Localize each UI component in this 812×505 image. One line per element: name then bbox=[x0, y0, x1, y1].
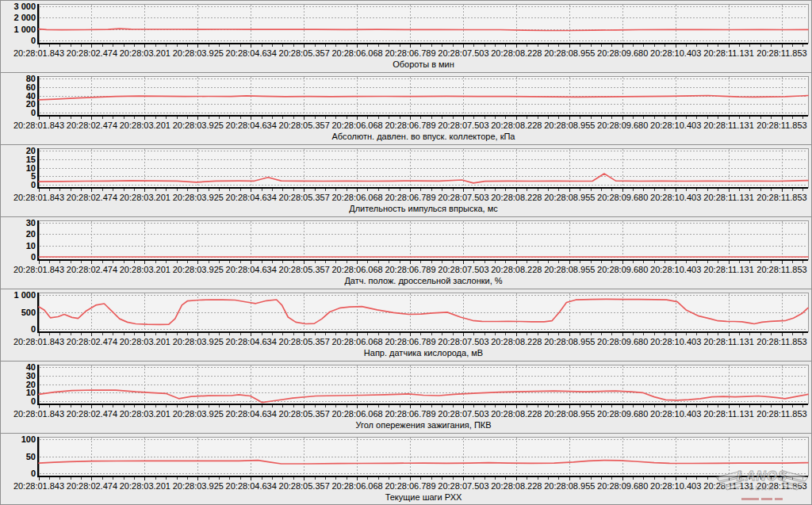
y-axis bbox=[37, 148, 39, 189]
y-tick-label: 0 bbox=[31, 108, 36, 117]
y-tick-label: 100 bbox=[21, 434, 36, 444]
x-tick-label: 20:28:04.634 bbox=[226, 337, 277, 346]
chart-panel: 10050020:28:01.84320:28:02.47420:28:03.2… bbox=[0, 433, 812, 505]
x-axis bbox=[37, 115, 808, 117]
x-tick-label: 20:28:09.680 bbox=[597, 409, 648, 419]
chart-panel: 80604020020:28:01.84320:28:02.47420:28:0… bbox=[0, 72, 812, 144]
x-tick-label: 20:28:06.068 bbox=[331, 481, 382, 491]
x-tick-label: 20:28:03.925 bbox=[173, 265, 224, 274]
chart-panel: 3 0002 0001 000020:28:01.84320:28:02.474… bbox=[0, 0, 812, 72]
x-tick-label: 20:28:07.503 bbox=[438, 48, 488, 58]
x-tick-label: 20:28:03.201 bbox=[120, 48, 170, 58]
x-tick-label: 20:28:02.474 bbox=[67, 193, 117, 202]
x-tick-label: 20:28:02.474 bbox=[67, 481, 117, 491]
x-tick-label: 20:28:05.357 bbox=[279, 48, 330, 58]
x-tick-label: 20:28:08.955 bbox=[544, 48, 595, 58]
x-tick-label: 20:28:04.634 bbox=[226, 409, 277, 419]
plot-area bbox=[39, 220, 808, 259]
x-tick-label: 20:28:04.634 bbox=[226, 481, 277, 491]
x-tick-label: 20:28:08.228 bbox=[491, 337, 542, 346]
plot-area bbox=[39, 365, 808, 404]
y-tick-label: 0 bbox=[31, 469, 36, 478]
chart-canvas: 10050020:28:01.84320:28:02.47420:28:03.2… bbox=[1, 434, 812, 505]
x-tick-label: 20:28:02.474 bbox=[67, 121, 117, 130]
x-tick-label: 20:28:01.843 bbox=[13, 337, 64, 346]
chart-title: Абсолютн. давлен. во впуск. коллекторе, … bbox=[332, 132, 516, 141]
chart-panel-stack: 3 0002 0001 000020:28:01.84320:28:02.474… bbox=[0, 0, 812, 505]
x-tick-label: 20:28:11.853 bbox=[756, 121, 806, 130]
y-tick-label: 1 000 bbox=[13, 290, 36, 300]
chart-title: Длительность импулься впрыска, мс bbox=[349, 204, 498, 213]
x-tick-label: 20:28:04.634 bbox=[226, 48, 277, 58]
x-tick-label: 20:28:09.680 bbox=[597, 48, 648, 58]
x-tick-label: 20:28:03.201 bbox=[120, 337, 170, 346]
x-tick-label: 20:28:09.680 bbox=[597, 337, 648, 346]
x-tick-label: 20:28:10.403 bbox=[650, 337, 701, 346]
x-tick-label: 20:28:01.843 bbox=[13, 121, 64, 130]
y-tick-label: 1 000 bbox=[13, 25, 36, 34]
x-tick-label: 20:28:03.925 bbox=[173, 481, 224, 491]
x-tick-label: 20:28:11.131 bbox=[703, 481, 753, 491]
x-tick-label: 20:28:09.680 bbox=[597, 265, 648, 274]
x-tick-label: 20:28:06.789 bbox=[385, 265, 435, 274]
chart-panel: 1 000500020:28:01.84320:28:02.47420:28:0… bbox=[0, 289, 812, 361]
x-tick-label: 20:28:05.357 bbox=[279, 193, 330, 202]
chart-canvas: 2015105020:28:01.84320:28:02.47420:28:03… bbox=[1, 145, 812, 216]
x-tick-label: 20:28:10.403 bbox=[650, 409, 701, 419]
x-tick-label: 20:28:01.843 bbox=[13, 481, 64, 491]
x-axis bbox=[37, 331, 808, 333]
x-tick-label: 20:28:01.843 bbox=[13, 48, 64, 58]
x-tick-label: 20:28:11.131 bbox=[703, 265, 753, 274]
x-tick-label: 20:28:02.474 bbox=[67, 409, 117, 419]
y-tick-label: 20 bbox=[26, 229, 36, 239]
x-tick-label: 20:28:06.068 bbox=[331, 193, 382, 202]
plot-area bbox=[39, 293, 808, 331]
x-tick-label: 20:28:11.853 bbox=[756, 337, 806, 346]
x-tick-label: 20:28:11.131 bbox=[703, 409, 753, 419]
x-tick-label: 20:28:07.503 bbox=[438, 337, 488, 346]
x-tick-label: 20:28:11.131 bbox=[703, 193, 753, 202]
x-tick-label: 20:28:11.131 bbox=[703, 48, 753, 58]
chart-canvas: 3 0002 0001 000020:28:01.84320:28:02.474… bbox=[1, 1, 812, 72]
x-tick-label: 20:28:11.853 bbox=[756, 193, 806, 202]
x-tick-label: 20:28:03.925 bbox=[173, 48, 224, 58]
y-axis bbox=[37, 220, 39, 261]
x-tick-label: 20:28:05.357 bbox=[279, 481, 330, 491]
x-tick-label: 20:28:03.201 bbox=[120, 265, 170, 274]
x-tick-label: 20:28:07.503 bbox=[438, 265, 488, 274]
y-tick-label: 0 bbox=[31, 180, 36, 189]
x-tick-label: 20:28:10.403 bbox=[650, 481, 701, 491]
chart-panel: 2015105020:28:01.84320:28:02.47420:28:03… bbox=[0, 144, 812, 216]
x-tick-label: 20:28:04.634 bbox=[226, 265, 277, 274]
x-tick-label: 20:28:06.068 bbox=[331, 409, 382, 419]
x-tick-label: 20:28:08.955 bbox=[544, 481, 595, 491]
y-axis bbox=[37, 293, 39, 333]
x-tick-label: 20:28:02.474 bbox=[67, 337, 117, 346]
x-tick-label: 20:28:08.955 bbox=[544, 337, 595, 346]
chart-panel: 40302010020:28:01.84320:28:02.47420:28:0… bbox=[0, 361, 812, 433]
x-tick-label: 20:28:06.789 bbox=[385, 337, 435, 346]
x-tick-label: 20:28:11.131 bbox=[703, 337, 753, 346]
x-tick-label: 20:28:05.357 bbox=[279, 121, 330, 130]
y-tick-label: 2 000 bbox=[13, 13, 36, 22]
x-tick-label: 20:28:03.201 bbox=[120, 121, 170, 130]
x-tick-label: 20:28:05.357 bbox=[279, 409, 330, 419]
x-axis bbox=[37, 404, 808, 405]
y-axis bbox=[37, 4, 39, 44]
chart-canvas: 80604020020:28:01.84320:28:02.47420:28:0… bbox=[1, 73, 812, 144]
plot-area bbox=[39, 4, 808, 43]
x-tick-label: 20:28:07.503 bbox=[438, 193, 488, 202]
chart-title: Текущие шаги РХХ bbox=[385, 492, 462, 502]
x-tick-label: 20:28:08.228 bbox=[491, 121, 542, 130]
x-tick-label: 20:28:06.789 bbox=[385, 409, 435, 419]
x-tick-label: 20:28:07.503 bbox=[438, 409, 488, 419]
y-tick-label: 0 bbox=[31, 396, 36, 406]
x-tick-label: 20:28:10.403 bbox=[650, 48, 701, 58]
x-tick-label: 20:28:10.403 bbox=[650, 265, 701, 274]
x-tick-label: 20:28:09.680 bbox=[597, 121, 648, 130]
x-tick-label: 20:28:03.925 bbox=[173, 409, 224, 419]
x-tick-label: 20:28:03.201 bbox=[120, 481, 170, 491]
y-axis bbox=[37, 437, 39, 477]
x-tick-label: 20:28:10.403 bbox=[650, 193, 701, 202]
x-tick-label: 20:28:08.955 bbox=[544, 265, 595, 274]
